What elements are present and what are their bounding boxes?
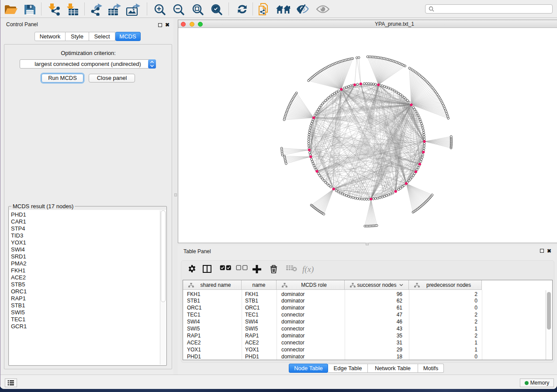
svg-text:f(x): f(x) — [302, 265, 314, 274]
